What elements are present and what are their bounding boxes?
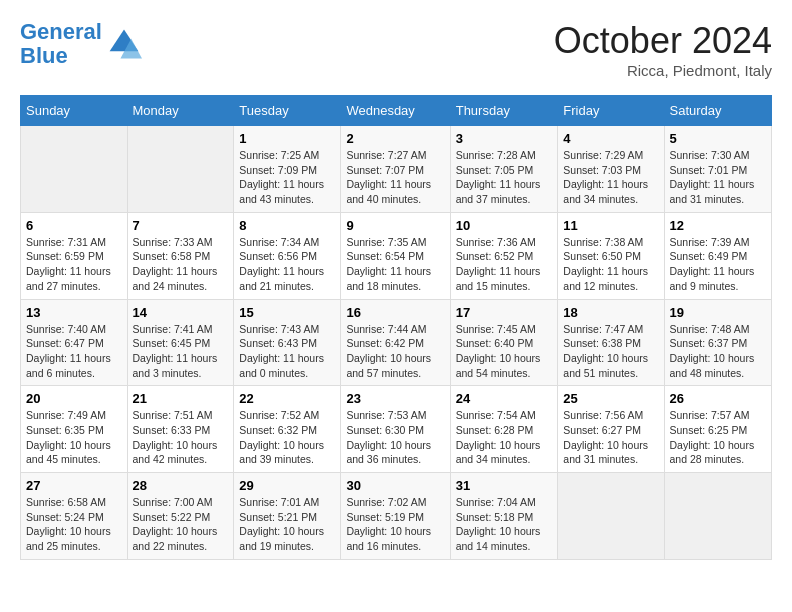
calendar-week-row: 1Sunrise: 7:25 AMSunset: 7:09 PMDaylight… xyxy=(21,126,772,213)
day-info: Sunrise: 7:01 AMSunset: 5:21 PMDaylight:… xyxy=(239,495,335,554)
day-header-saturday: Saturday xyxy=(664,96,771,126)
day-info: Sunrise: 7:25 AMSunset: 7:09 PMDaylight:… xyxy=(239,148,335,207)
calendar-cell: 18Sunrise: 7:47 AMSunset: 6:38 PMDayligh… xyxy=(558,299,664,386)
calendar-table: SundayMondayTuesdayWednesdayThursdayFrid… xyxy=(20,95,772,560)
day-info: Sunrise: 6:58 AMSunset: 5:24 PMDaylight:… xyxy=(26,495,122,554)
day-info: Sunrise: 7:02 AMSunset: 5:19 PMDaylight:… xyxy=(346,495,444,554)
day-number: 13 xyxy=(26,305,122,320)
calendar-cell: 2Sunrise: 7:27 AMSunset: 7:07 PMDaylight… xyxy=(341,126,450,213)
calendar-header-row: SundayMondayTuesdayWednesdayThursdayFrid… xyxy=(21,96,772,126)
day-number: 7 xyxy=(133,218,229,233)
day-header-thursday: Thursday xyxy=(450,96,558,126)
day-number: 30 xyxy=(346,478,444,493)
day-number: 27 xyxy=(26,478,122,493)
day-info: Sunrise: 7:56 AMSunset: 6:27 PMDaylight:… xyxy=(563,408,658,467)
day-info: Sunrise: 7:41 AMSunset: 6:45 PMDaylight:… xyxy=(133,322,229,381)
calendar-week-row: 6Sunrise: 7:31 AMSunset: 6:59 PMDaylight… xyxy=(21,212,772,299)
calendar-week-row: 13Sunrise: 7:40 AMSunset: 6:47 PMDayligh… xyxy=(21,299,772,386)
calendar-cell: 24Sunrise: 7:54 AMSunset: 6:28 PMDayligh… xyxy=(450,386,558,473)
day-number: 26 xyxy=(670,391,766,406)
day-number: 10 xyxy=(456,218,553,233)
day-number: 31 xyxy=(456,478,553,493)
day-number: 21 xyxy=(133,391,229,406)
calendar-cell: 8Sunrise: 7:34 AMSunset: 6:56 PMDaylight… xyxy=(234,212,341,299)
calendar-cell: 20Sunrise: 7:49 AMSunset: 6:35 PMDayligh… xyxy=(21,386,128,473)
calendar-cell: 11Sunrise: 7:38 AMSunset: 6:50 PMDayligh… xyxy=(558,212,664,299)
day-number: 16 xyxy=(346,305,444,320)
calendar-cell: 28Sunrise: 7:00 AMSunset: 5:22 PMDayligh… xyxy=(127,473,234,560)
day-number: 5 xyxy=(670,131,766,146)
calendar-cell: 4Sunrise: 7:29 AMSunset: 7:03 PMDaylight… xyxy=(558,126,664,213)
logo-text: GeneralBlue xyxy=(20,20,102,68)
calendar-cell xyxy=(127,126,234,213)
calendar-cell: 14Sunrise: 7:41 AMSunset: 6:45 PMDayligh… xyxy=(127,299,234,386)
calendar-cell xyxy=(664,473,771,560)
day-number: 9 xyxy=(346,218,444,233)
day-info: Sunrise: 7:44 AMSunset: 6:42 PMDaylight:… xyxy=(346,322,444,381)
day-info: Sunrise: 7:35 AMSunset: 6:54 PMDaylight:… xyxy=(346,235,444,294)
calendar-cell xyxy=(21,126,128,213)
calendar-cell: 22Sunrise: 7:52 AMSunset: 6:32 PMDayligh… xyxy=(234,386,341,473)
day-number: 24 xyxy=(456,391,553,406)
calendar-cell xyxy=(558,473,664,560)
day-info: Sunrise: 7:34 AMSunset: 6:56 PMDaylight:… xyxy=(239,235,335,294)
day-info: Sunrise: 7:51 AMSunset: 6:33 PMDaylight:… xyxy=(133,408,229,467)
month-title: October 2024 xyxy=(554,20,772,62)
day-info: Sunrise: 7:45 AMSunset: 6:40 PMDaylight:… xyxy=(456,322,553,381)
calendar-cell: 1Sunrise: 7:25 AMSunset: 7:09 PMDaylight… xyxy=(234,126,341,213)
page-header: GeneralBlue October 2024 Ricca, Piedmont… xyxy=(20,20,772,79)
day-info: Sunrise: 7:52 AMSunset: 6:32 PMDaylight:… xyxy=(239,408,335,467)
day-number: 18 xyxy=(563,305,658,320)
day-header-friday: Friday xyxy=(558,96,664,126)
day-info: Sunrise: 7:00 AMSunset: 5:22 PMDaylight:… xyxy=(133,495,229,554)
day-info: Sunrise: 7:49 AMSunset: 6:35 PMDaylight:… xyxy=(26,408,122,467)
day-header-sunday: Sunday xyxy=(21,96,128,126)
calendar-cell: 23Sunrise: 7:53 AMSunset: 6:30 PMDayligh… xyxy=(341,386,450,473)
day-info: Sunrise: 7:30 AMSunset: 7:01 PMDaylight:… xyxy=(670,148,766,207)
day-info: Sunrise: 7:53 AMSunset: 6:30 PMDaylight:… xyxy=(346,408,444,467)
logo: GeneralBlue xyxy=(20,20,142,68)
day-number: 22 xyxy=(239,391,335,406)
calendar-cell: 5Sunrise: 7:30 AMSunset: 7:01 PMDaylight… xyxy=(664,126,771,213)
calendar-cell: 30Sunrise: 7:02 AMSunset: 5:19 PMDayligh… xyxy=(341,473,450,560)
day-header-tuesday: Tuesday xyxy=(234,96,341,126)
day-number: 14 xyxy=(133,305,229,320)
calendar-week-row: 20Sunrise: 7:49 AMSunset: 6:35 PMDayligh… xyxy=(21,386,772,473)
calendar-cell: 12Sunrise: 7:39 AMSunset: 6:49 PMDayligh… xyxy=(664,212,771,299)
day-info: Sunrise: 7:39 AMSunset: 6:49 PMDaylight:… xyxy=(670,235,766,294)
day-number: 2 xyxy=(346,131,444,146)
calendar-cell: 15Sunrise: 7:43 AMSunset: 6:43 PMDayligh… xyxy=(234,299,341,386)
calendar-cell: 29Sunrise: 7:01 AMSunset: 5:21 PMDayligh… xyxy=(234,473,341,560)
day-info: Sunrise: 7:48 AMSunset: 6:37 PMDaylight:… xyxy=(670,322,766,381)
day-number: 8 xyxy=(239,218,335,233)
day-info: Sunrise: 7:57 AMSunset: 6:25 PMDaylight:… xyxy=(670,408,766,467)
calendar-cell: 26Sunrise: 7:57 AMSunset: 6:25 PMDayligh… xyxy=(664,386,771,473)
day-number: 6 xyxy=(26,218,122,233)
calendar-cell: 7Sunrise: 7:33 AMSunset: 6:58 PMDaylight… xyxy=(127,212,234,299)
title-block: October 2024 Ricca, Piedmont, Italy xyxy=(554,20,772,79)
calendar-cell: 25Sunrise: 7:56 AMSunset: 6:27 PMDayligh… xyxy=(558,386,664,473)
day-number: 11 xyxy=(563,218,658,233)
day-info: Sunrise: 7:38 AMSunset: 6:50 PMDaylight:… xyxy=(563,235,658,294)
day-header-monday: Monday xyxy=(127,96,234,126)
day-info: Sunrise: 7:47 AMSunset: 6:38 PMDaylight:… xyxy=(563,322,658,381)
day-number: 4 xyxy=(563,131,658,146)
calendar-cell: 9Sunrise: 7:35 AMSunset: 6:54 PMDaylight… xyxy=(341,212,450,299)
calendar-cell: 16Sunrise: 7:44 AMSunset: 6:42 PMDayligh… xyxy=(341,299,450,386)
calendar-cell: 19Sunrise: 7:48 AMSunset: 6:37 PMDayligh… xyxy=(664,299,771,386)
day-number: 3 xyxy=(456,131,553,146)
calendar-cell: 17Sunrise: 7:45 AMSunset: 6:40 PMDayligh… xyxy=(450,299,558,386)
day-number: 19 xyxy=(670,305,766,320)
location: Ricca, Piedmont, Italy xyxy=(554,62,772,79)
day-header-wednesday: Wednesday xyxy=(341,96,450,126)
calendar-cell: 3Sunrise: 7:28 AMSunset: 7:05 PMDaylight… xyxy=(450,126,558,213)
day-number: 20 xyxy=(26,391,122,406)
day-number: 25 xyxy=(563,391,658,406)
day-info: Sunrise: 7:33 AMSunset: 6:58 PMDaylight:… xyxy=(133,235,229,294)
day-number: 15 xyxy=(239,305,335,320)
day-info: Sunrise: 7:40 AMSunset: 6:47 PMDaylight:… xyxy=(26,322,122,381)
day-number: 1 xyxy=(239,131,335,146)
day-info: Sunrise: 7:27 AMSunset: 7:07 PMDaylight:… xyxy=(346,148,444,207)
day-number: 17 xyxy=(456,305,553,320)
day-info: Sunrise: 7:54 AMSunset: 6:28 PMDaylight:… xyxy=(456,408,553,467)
